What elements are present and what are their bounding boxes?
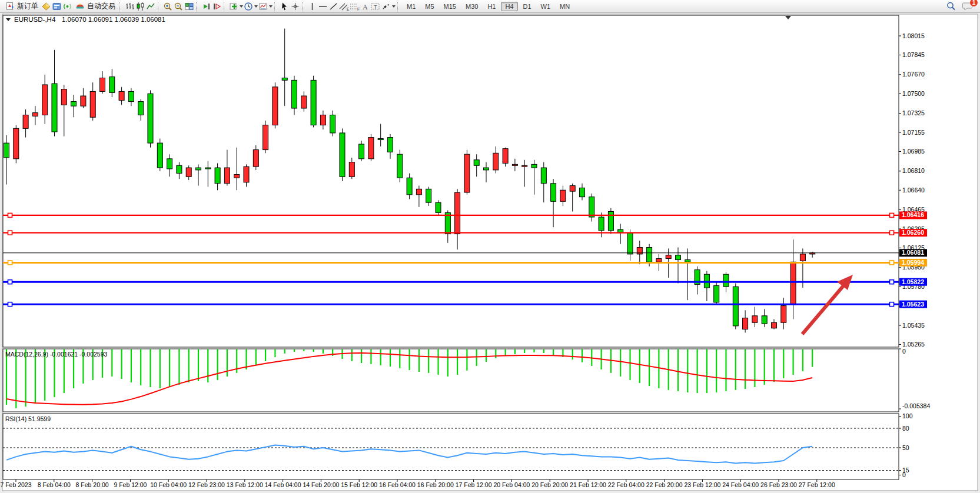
price-badge: 1.05623 bbox=[899, 301, 927, 308]
line-handle[interactable] bbox=[8, 261, 12, 265]
timeframe-button-m30[interactable]: M30 bbox=[461, 2, 482, 11]
svg-text:15 Feb 12:00: 15 Feb 12:00 bbox=[341, 481, 377, 488]
svg-text:T: T bbox=[374, 4, 377, 9]
svg-text:22 Feb 20:00: 22 Feb 20:00 bbox=[646, 481, 683, 488]
add-indicator-icon[interactable] bbox=[228, 1, 239, 11]
svg-text:A: A bbox=[363, 2, 368, 11]
candle bbox=[340, 128, 345, 181]
svg-text:1.05435: 1.05435 bbox=[902, 322, 925, 329]
svg-text:10 Feb 04:00: 10 Feb 04:00 bbox=[150, 481, 187, 488]
svg-text:27 Feb 12:00: 27 Feb 12:00 bbox=[799, 481, 835, 488]
profile-window-icon[interactable] bbox=[51, 1, 62, 11]
text-label-icon[interactable]: T bbox=[370, 1, 381, 11]
price-badge: 1.05822 bbox=[899, 278, 927, 286]
line-handle[interactable] bbox=[890, 231, 894, 235]
chart-shift-icon[interactable] bbox=[211, 1, 222, 11]
equidistant-channel-icon[interactable]: E bbox=[338, 1, 349, 11]
candle bbox=[589, 194, 594, 222]
zoom-out-icon[interactable] bbox=[173, 1, 184, 11]
line-handle[interactable] bbox=[8, 280, 12, 284]
zoom-in-icon[interactable] bbox=[162, 1, 173, 11]
trading-terminal: 新订单 自动交易 bbox=[0, 0, 980, 493]
svg-text:1.07500: 1.07500 bbox=[902, 90, 925, 97]
dropdown-caret[interactable] bbox=[269, 5, 273, 8]
signal-icon[interactable] bbox=[62, 1, 72, 11]
price-badge: 1.05994 bbox=[899, 259, 927, 267]
auto-scroll-icon[interactable] bbox=[201, 1, 211, 11]
template-icon[interactable] bbox=[258, 1, 268, 11]
timeframe-button-d1[interactable]: D1 bbox=[519, 2, 536, 11]
line-handle[interactable] bbox=[890, 302, 894, 307]
timeframe-button-m5[interactable]: M5 bbox=[421, 2, 438, 11]
toolbar: 新订单 自动交易 bbox=[0, 0, 980, 13]
rsi-panel bbox=[3, 414, 899, 479]
line-handle[interactable] bbox=[890, 213, 894, 217]
new-order-button[interactable]: 新订单 bbox=[2, 1, 41, 12]
line-handle[interactable] bbox=[8, 231, 12, 235]
timeframe-button-m15[interactable]: M15 bbox=[440, 2, 460, 11]
svg-text:9 Feb 12:00: 9 Feb 12:00 bbox=[114, 481, 147, 488]
dropdown-caret[interactable] bbox=[392, 5, 396, 8]
svg-text:14 Feb 04:00: 14 Feb 04:00 bbox=[265, 481, 301, 488]
timeframe-button-mn[interactable]: MN bbox=[556, 2, 574, 11]
svg-text:16 Feb 04:00: 16 Feb 04:00 bbox=[379, 481, 416, 488]
svg-text:22 Feb 04:00: 22 Feb 04:00 bbox=[608, 481, 645, 488]
svg-text:50: 50 bbox=[902, 444, 909, 451]
line-handle[interactable] bbox=[890, 261, 894, 265]
candlestick-chart-icon[interactable] bbox=[135, 1, 145, 11]
svg-text:RSI(14) 51.9599: RSI(14) 51.9599 bbox=[5, 415, 51, 422]
separator bbox=[224, 2, 227, 11]
svg-text:1.06810: 1.06810 bbox=[902, 167, 925, 174]
svg-text:21 Feb 12:00: 21 Feb 12:00 bbox=[570, 481, 606, 488]
auto-trading-label: 自动交易 bbox=[87, 1, 115, 11]
fibonacci-icon[interactable]: F bbox=[349, 1, 360, 11]
crosshair-icon[interactable] bbox=[290, 1, 300, 11]
tile-windows-icon[interactable] bbox=[184, 1, 194, 11]
svg-text:26 Feb 23:00: 26 Feb 23:00 bbox=[760, 481, 797, 488]
auto-trading-button[interactable]: 自动交易 bbox=[72, 1, 118, 12]
timeframe-button-w1[interactable]: W1 bbox=[537, 2, 555, 11]
auto-trading-icon bbox=[75, 1, 85, 11]
svg-text:0: 0 bbox=[902, 471, 906, 478]
text-icon[interactable]: A bbox=[360, 1, 370, 11]
candle bbox=[263, 121, 268, 153]
svg-text:1.06081: 1.06081 bbox=[902, 249, 924, 256]
svg-text:24 Feb 04:00: 24 Feb 04:00 bbox=[722, 481, 759, 488]
vertical-line-icon[interactable] bbox=[307, 1, 317, 11]
arrows-icon[interactable] bbox=[381, 1, 391, 11]
timeframe-button-h4[interactable]: H4 bbox=[501, 2, 517, 11]
svg-text:23 Feb 12:00: 23 Feb 12:00 bbox=[684, 481, 720, 488]
new-order-label: 新订单 bbox=[17, 1, 38, 11]
candle bbox=[273, 82, 278, 128]
candle bbox=[368, 134, 374, 161]
line-handle[interactable] bbox=[8, 213, 12, 217]
chat-icon[interactable]: 1 bbox=[961, 1, 974, 11]
search-icon[interactable] bbox=[946, 1, 956, 11]
svg-text:14 Feb 20:00: 14 Feb 20:00 bbox=[303, 481, 339, 488]
period-clock-icon[interactable] bbox=[243, 1, 254, 11]
svg-text:20 Feb 04:00: 20 Feb 04:00 bbox=[493, 481, 530, 488]
horizontal-line-icon[interactable] bbox=[317, 1, 328, 11]
diamond-icon[interactable] bbox=[41, 1, 51, 11]
line-handle[interactable] bbox=[890, 280, 894, 284]
line-handle[interactable] bbox=[8, 302, 12, 307]
cursor-icon[interactable] bbox=[279, 1, 290, 11]
svg-text:1.07155: 1.07155 bbox=[902, 129, 925, 136]
svg-text:16 Feb 20:00: 16 Feb 20:00 bbox=[417, 481, 454, 488]
time-axis[interactable]: 7 Feb 20238 Feb 04:008 Feb 20:009 Feb 12… bbox=[0, 479, 835, 488]
candle bbox=[608, 208, 613, 234]
svg-text:-0.005384: -0.005384 bbox=[902, 402, 930, 409]
svg-text:1.06985: 1.06985 bbox=[902, 148, 925, 155]
timeframe-button-h1[interactable]: H1 bbox=[483, 2, 500, 11]
svg-text:1.05994: 1.05994 bbox=[902, 259, 924, 266]
separator bbox=[274, 2, 277, 11]
bar-chart-icon[interactable] bbox=[124, 1, 135, 11]
timeframe-button-m1[interactable]: M1 bbox=[403, 2, 420, 11]
svg-text:8 Feb 20:00: 8 Feb 20:00 bbox=[76, 481, 109, 488]
toolbar-right: 1 bbox=[946, 1, 980, 11]
svg-text:EURUSD-,H4: EURUSD-,H4 bbox=[14, 16, 56, 23]
svg-text:1.07670: 1.07670 bbox=[902, 71, 925, 78]
trendline-icon[interactable] bbox=[328, 1, 338, 11]
candle bbox=[397, 150, 403, 182]
line-chart-icon[interactable] bbox=[145, 1, 156, 11]
